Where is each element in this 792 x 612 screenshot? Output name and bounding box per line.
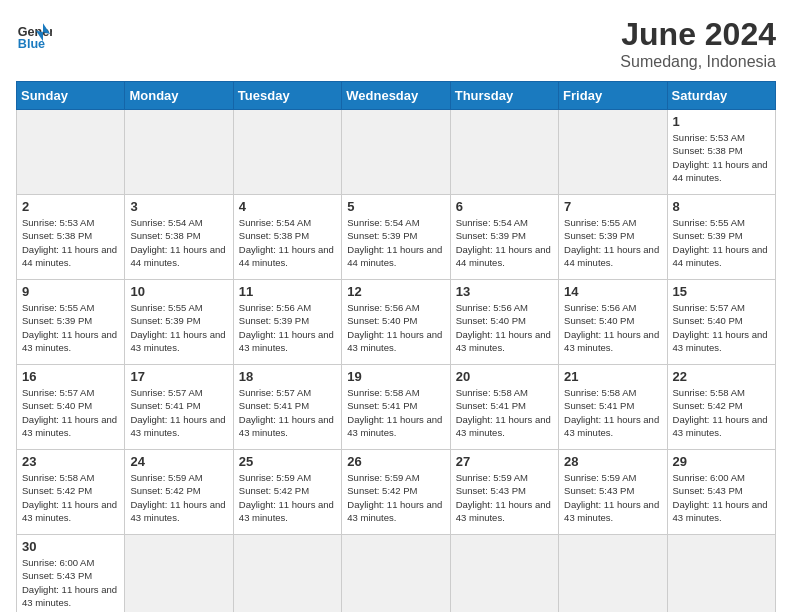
day-info: Sunrise: 5:56 AMSunset: 5:39 PMDaylight:… — [239, 301, 336, 354]
day-number: 10 — [130, 284, 227, 299]
weekday-header-thursday: Thursday — [450, 82, 558, 110]
day-cell: 15Sunrise: 5:57 AMSunset: 5:40 PMDayligh… — [667, 280, 775, 365]
day-number: 14 — [564, 284, 661, 299]
day-cell: 21Sunrise: 5:58 AMSunset: 5:41 PMDayligh… — [559, 365, 667, 450]
day-info: Sunrise: 5:57 AMSunset: 5:40 PMDaylight:… — [22, 386, 119, 439]
day-number: 27 — [456, 454, 553, 469]
day-cell: 28Sunrise: 5:59 AMSunset: 5:43 PMDayligh… — [559, 450, 667, 535]
day-number: 24 — [130, 454, 227, 469]
day-cell: 23Sunrise: 5:58 AMSunset: 5:42 PMDayligh… — [17, 450, 125, 535]
day-info: Sunrise: 5:55 AMSunset: 5:39 PMDaylight:… — [564, 216, 661, 269]
calendar-subtitle: Sumedang, Indonesia — [620, 53, 776, 71]
day-cell: 7Sunrise: 5:55 AMSunset: 5:39 PMDaylight… — [559, 195, 667, 280]
day-number: 29 — [673, 454, 770, 469]
week-row-5: 23Sunrise: 5:58 AMSunset: 5:42 PMDayligh… — [17, 450, 776, 535]
day-cell: 30Sunrise: 6:00 AMSunset: 5:43 PMDayligh… — [17, 535, 125, 613]
day-info: Sunrise: 5:54 AMSunset: 5:38 PMDaylight:… — [239, 216, 336, 269]
day-number: 5 — [347, 199, 444, 214]
day-cell: 25Sunrise: 5:59 AMSunset: 5:42 PMDayligh… — [233, 450, 341, 535]
day-info: Sunrise: 5:58 AMSunset: 5:41 PMDaylight:… — [456, 386, 553, 439]
week-row-6: 30Sunrise: 6:00 AMSunset: 5:43 PMDayligh… — [17, 535, 776, 613]
day-cell — [17, 110, 125, 195]
weekday-header-saturday: Saturday — [667, 82, 775, 110]
weekday-header-sunday: Sunday — [17, 82, 125, 110]
day-cell: 26Sunrise: 5:59 AMSunset: 5:42 PMDayligh… — [342, 450, 450, 535]
day-cell: 16Sunrise: 5:57 AMSunset: 5:40 PMDayligh… — [17, 365, 125, 450]
day-number: 11 — [239, 284, 336, 299]
day-cell — [450, 535, 558, 613]
day-number: 28 — [564, 454, 661, 469]
day-cell: 13Sunrise: 5:56 AMSunset: 5:40 PMDayligh… — [450, 280, 558, 365]
week-row-3: 9Sunrise: 5:55 AMSunset: 5:39 PMDaylight… — [17, 280, 776, 365]
day-info: Sunrise: 5:56 AMSunset: 5:40 PMDaylight:… — [564, 301, 661, 354]
day-info: Sunrise: 5:53 AMSunset: 5:38 PMDaylight:… — [22, 216, 119, 269]
day-cell — [233, 110, 341, 195]
day-number: 15 — [673, 284, 770, 299]
weekday-header-row: SundayMondayTuesdayWednesdayThursdayFrid… — [17, 82, 776, 110]
logo: General Blue — [16, 16, 52, 52]
day-cell: 29Sunrise: 6:00 AMSunset: 5:43 PMDayligh… — [667, 450, 775, 535]
day-info: Sunrise: 5:54 AMSunset: 5:38 PMDaylight:… — [130, 216, 227, 269]
day-number: 26 — [347, 454, 444, 469]
svg-text:Blue: Blue — [18, 37, 45, 51]
day-number: 13 — [456, 284, 553, 299]
day-cell: 24Sunrise: 5:59 AMSunset: 5:42 PMDayligh… — [125, 450, 233, 535]
day-cell — [125, 535, 233, 613]
day-number: 20 — [456, 369, 553, 384]
day-info: Sunrise: 5:54 AMSunset: 5:39 PMDaylight:… — [347, 216, 444, 269]
day-cell: 9Sunrise: 5:55 AMSunset: 5:39 PMDaylight… — [17, 280, 125, 365]
day-info: Sunrise: 5:55 AMSunset: 5:39 PMDaylight:… — [22, 301, 119, 354]
day-cell: 3Sunrise: 5:54 AMSunset: 5:38 PMDaylight… — [125, 195, 233, 280]
day-cell: 5Sunrise: 5:54 AMSunset: 5:39 PMDaylight… — [342, 195, 450, 280]
day-number: 4 — [239, 199, 336, 214]
day-info: Sunrise: 5:55 AMSunset: 5:39 PMDaylight:… — [130, 301, 227, 354]
day-number: 2 — [22, 199, 119, 214]
day-info: Sunrise: 5:57 AMSunset: 5:40 PMDaylight:… — [673, 301, 770, 354]
day-info: Sunrise: 5:59 AMSunset: 5:43 PMDaylight:… — [456, 471, 553, 524]
day-cell: 19Sunrise: 5:58 AMSunset: 5:41 PMDayligh… — [342, 365, 450, 450]
day-info: Sunrise: 5:53 AMSunset: 5:38 PMDaylight:… — [673, 131, 770, 184]
day-cell — [342, 110, 450, 195]
day-info: Sunrise: 5:59 AMSunset: 5:42 PMDaylight:… — [347, 471, 444, 524]
day-info: Sunrise: 6:00 AMSunset: 5:43 PMDaylight:… — [22, 556, 119, 609]
weekday-header-wednesday: Wednesday — [342, 82, 450, 110]
day-cell: 10Sunrise: 5:55 AMSunset: 5:39 PMDayligh… — [125, 280, 233, 365]
day-cell: 1Sunrise: 5:53 AMSunset: 5:38 PMDaylight… — [667, 110, 775, 195]
day-cell: 18Sunrise: 5:57 AMSunset: 5:41 PMDayligh… — [233, 365, 341, 450]
day-number: 19 — [347, 369, 444, 384]
day-cell: 20Sunrise: 5:58 AMSunset: 5:41 PMDayligh… — [450, 365, 558, 450]
week-row-4: 16Sunrise: 5:57 AMSunset: 5:40 PMDayligh… — [17, 365, 776, 450]
title-area: June 2024 Sumedang, Indonesia — [620, 16, 776, 71]
day-number: 9 — [22, 284, 119, 299]
day-info: Sunrise: 5:58 AMSunset: 5:41 PMDaylight:… — [564, 386, 661, 439]
day-info: Sunrise: 5:56 AMSunset: 5:40 PMDaylight:… — [456, 301, 553, 354]
page-header: General Blue June 2024 Sumedang, Indones… — [16, 16, 776, 71]
day-cell — [233, 535, 341, 613]
day-cell: 4Sunrise: 5:54 AMSunset: 5:38 PMDaylight… — [233, 195, 341, 280]
day-info: Sunrise: 5:55 AMSunset: 5:39 PMDaylight:… — [673, 216, 770, 269]
day-cell: 17Sunrise: 5:57 AMSunset: 5:41 PMDayligh… — [125, 365, 233, 450]
weekday-header-friday: Friday — [559, 82, 667, 110]
day-cell: 2Sunrise: 5:53 AMSunset: 5:38 PMDaylight… — [17, 195, 125, 280]
day-cell: 14Sunrise: 5:56 AMSunset: 5:40 PMDayligh… — [559, 280, 667, 365]
weekday-header-tuesday: Tuesday — [233, 82, 341, 110]
day-cell — [559, 110, 667, 195]
day-cell — [125, 110, 233, 195]
day-number: 8 — [673, 199, 770, 214]
day-info: Sunrise: 5:59 AMSunset: 5:43 PMDaylight:… — [564, 471, 661, 524]
day-cell — [559, 535, 667, 613]
day-number: 17 — [130, 369, 227, 384]
day-cell: 8Sunrise: 5:55 AMSunset: 5:39 PMDaylight… — [667, 195, 775, 280]
day-info: Sunrise: 5:59 AMSunset: 5:42 PMDaylight:… — [239, 471, 336, 524]
week-row-1: 1Sunrise: 5:53 AMSunset: 5:38 PMDaylight… — [17, 110, 776, 195]
day-cell — [342, 535, 450, 613]
day-cell: 27Sunrise: 5:59 AMSunset: 5:43 PMDayligh… — [450, 450, 558, 535]
day-cell — [667, 535, 775, 613]
day-cell: 6Sunrise: 5:54 AMSunset: 5:39 PMDaylight… — [450, 195, 558, 280]
day-number: 12 — [347, 284, 444, 299]
day-cell: 11Sunrise: 5:56 AMSunset: 5:39 PMDayligh… — [233, 280, 341, 365]
day-info: Sunrise: 5:58 AMSunset: 5:41 PMDaylight:… — [347, 386, 444, 439]
day-cell: 12Sunrise: 5:56 AMSunset: 5:40 PMDayligh… — [342, 280, 450, 365]
calendar-title: June 2024 — [620, 16, 776, 53]
day-number: 18 — [239, 369, 336, 384]
